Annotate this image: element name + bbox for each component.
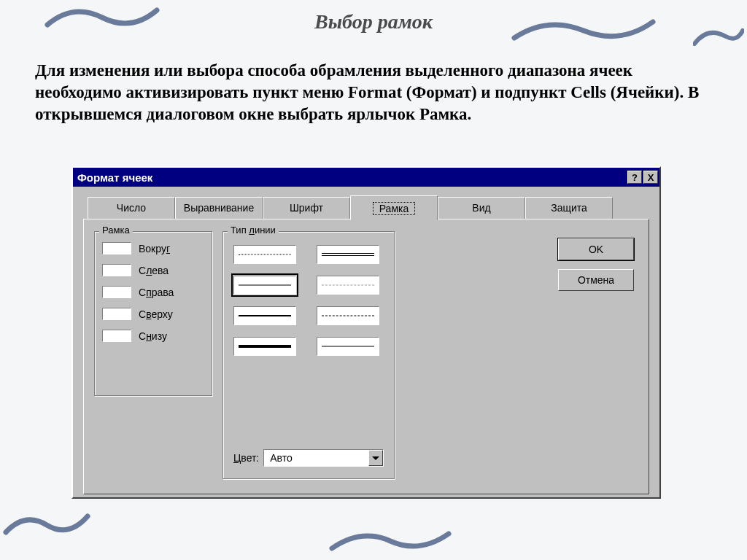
line-style-hair[interactable] <box>317 337 379 356</box>
body-text: Для изменения или выбора способа обрамле… <box>35 60 706 125</box>
line-style-fine-dash[interactable] <box>317 276 379 295</box>
cancel-button[interactable]: Отмена <box>558 269 634 291</box>
line-style-dotted[interactable] <box>233 245 296 264</box>
page-title: Выбор рамок <box>0 10 747 34</box>
border-swatch <box>102 242 131 254</box>
tab-font[interactable]: Шрифт <box>263 197 350 220</box>
line-style-dash[interactable] <box>317 306 379 325</box>
line-style-double[interactable] <box>317 245 379 264</box>
border-label: Справа <box>139 287 174 298</box>
line-style-thin[interactable] <box>233 276 296 295</box>
tab-protection[interactable]: Защита <box>525 197 613 220</box>
group-line-style: Тип линии Цвет: Авто <box>222 231 395 479</box>
border-label: Слева <box>139 265 169 276</box>
tab-number[interactable]: Число <box>88 197 175 220</box>
dialog-body: Число Выравнивание Шрифт Рамка Вид Защит… <box>73 187 659 497</box>
format-cells-dialog: Формат ячеек ? X Число Выравнивание Шриф… <box>71 166 661 499</box>
dialog-titlebar: Формат ячеек ? X <box>73 168 659 187</box>
ok-button[interactable]: OK <box>558 238 634 260</box>
border-left[interactable]: Слева <box>102 264 204 276</box>
border-label: Вокруг <box>139 243 170 254</box>
group-border-legend: Рамка <box>99 225 133 236</box>
border-swatch <box>102 308 131 320</box>
decoration-swirl <box>328 526 452 556</box>
color-label: Цвет: <box>233 452 259 464</box>
border-label: Снизу <box>139 330 167 342</box>
tab-border[interactable]: Рамка <box>350 195 438 220</box>
tab-alignment[interactable]: Выравнивание <box>175 197 263 220</box>
line-style-thick[interactable] <box>233 337 296 356</box>
decoration-swirl <box>3 508 90 540</box>
border-top[interactable]: Сверху <box>102 308 204 320</box>
border-swatch <box>102 264 131 276</box>
group-line-legend: Тип линии <box>228 225 279 236</box>
close-button[interactable]: X <box>643 171 658 184</box>
border-swatch <box>102 330 131 342</box>
border-outline[interactable]: Вокруг <box>102 242 204 254</box>
border-swatch <box>102 286 131 298</box>
color-combo[interactable]: Авто <box>263 449 384 467</box>
dialog-title: Формат ячеек <box>77 171 626 184</box>
tabstrip: Число Выравнивание Шрифт Рамка Вид Защит… <box>88 197 649 220</box>
line-style-medium[interactable] <box>233 306 296 325</box>
dropdown-icon[interactable] <box>368 450 383 466</box>
tab-panel-border: Рамка Вокруг Слева Справа <box>83 219 649 494</box>
border-bottom[interactable]: Снизу <box>102 330 204 342</box>
border-label: Сверху <box>139 308 173 320</box>
tab-patterns[interactable]: Вид <box>438 197 525 220</box>
help-button[interactable]: ? <box>627 171 642 184</box>
border-right[interactable]: Справа <box>102 286 204 298</box>
color-value: Авто <box>264 452 368 464</box>
group-border-position: Рамка Вокруг Слева Справа <box>94 231 212 396</box>
